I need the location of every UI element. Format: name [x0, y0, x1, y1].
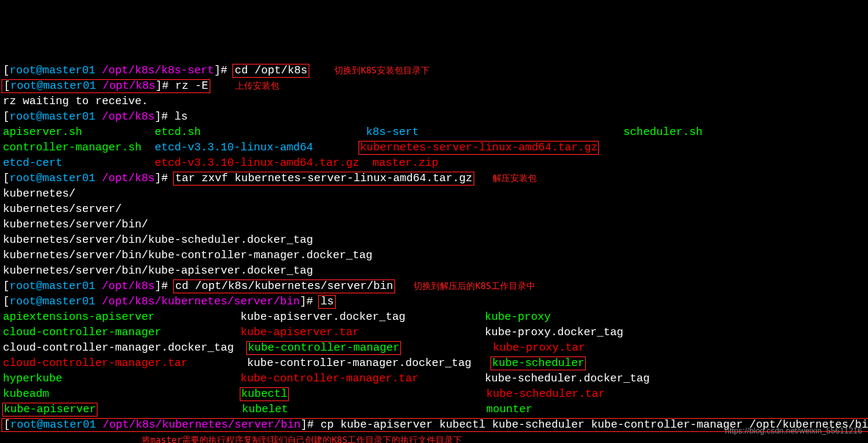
close-bracket: ]#	[155, 172, 168, 185]
file: kubeadm	[3, 388, 49, 400]
dir: etcd-v3.3.10-linux-amd64	[155, 142, 313, 154]
path: /opt/k8s/k8s-sert	[102, 65, 214, 77]
filebox-apiserver: kube-apiserver	[2, 403, 98, 417]
bracket: [	[3, 280, 10, 293]
close-bracket: ]#	[155, 80, 169, 92]
file: kube-proxy	[485, 311, 551, 323]
file: cloud-controller-manager.docker_tag	[3, 342, 234, 354]
file: kube-apiserver	[4, 403, 96, 416]
file: kubectl	[241, 388, 287, 400]
tar-out: kubernetes/	[3, 188, 76, 200]
tar-out: kubernetes/server/bin/kube-scheduler.doc…	[3, 234, 313, 246]
file: controller-manager.sh	[3, 142, 141, 154]
file: cloud-controller-manager	[3, 326, 161, 339]
dir: k8s-sert	[366, 126, 419, 139]
file: kube-proxy.docker_tag	[485, 326, 623, 339]
file: kube-proxy.tar	[493, 342, 585, 354]
tar-out: kubernetes/server/	[3, 203, 122, 216]
tar-out: kubernetes/server/bin/	[3, 219, 148, 231]
path: /opt/k8s/kubernetes/server/bin	[102, 296, 300, 308]
file: cloud-controller-manager.tar	[3, 357, 188, 370]
userhost: root@master01	[10, 80, 96, 92]
filebox-kubectl: kubectl	[240, 387, 289, 401]
cmd-ls2: ls	[318, 295, 336, 309]
file: apiserver.sh	[3, 126, 82, 139]
bracket: [	[4, 419, 10, 431]
cmd-cd-k8s: cd /opt/k8s	[232, 64, 309, 78]
bracket: [	[3, 172, 10, 185]
annot-4: 切换到解压后的K8S工作目录中	[413, 281, 535, 291]
tar-out: kubernetes/server/bin/kube-apiserver.doc…	[3, 265, 313, 277]
close-bracket: ]#	[301, 419, 314, 431]
file: apiextensions-apiserver	[3, 311, 155, 323]
userhost: root@master01	[10, 280, 95, 293]
file: kubernetes-server-linux-amd64.tar.gz	[360, 142, 597, 154]
path: /opt/k8s	[102, 280, 155, 293]
close-bracket: ]#	[155, 280, 168, 293]
file: hyperkube	[3, 373, 62, 385]
annot-1: 切换到K8S安装包目录下	[334, 65, 430, 76]
userhost: root@master01	[10, 172, 95, 185]
dir: etcd-cert	[3, 157, 62, 169]
file: kubelet	[242, 403, 288, 416]
file: kube-controller-manager	[248, 342, 400, 354]
file: kube-controller-manager.tar	[240, 373, 419, 385]
file: etcd.sh	[155, 126, 201, 139]
file: kube-scheduler.tar	[486, 388, 605, 400]
file: kube-apiserver.docker_tag	[240, 311, 405, 323]
file: etcd-v3.3.10-linux-amd64.tar.gz	[155, 157, 359, 169]
bracket: [	[4, 80, 10, 92]
file: scheduler.sh	[623, 126, 702, 139]
file: kube-apiserver.tar	[240, 326, 359, 339]
annot-3: 解压安装包	[493, 173, 537, 183]
bracket: [	[3, 65, 10, 77]
filebox-kubernetes-tgz: kubernetes-server-linux-amd64.tar.gz	[358, 141, 599, 155]
close-bracket: ]#	[300, 296, 313, 308]
userhost: root@master01	[10, 419, 96, 431]
filebox-kcm: kube-controller-manager	[246, 341, 401, 355]
close-bracket: ]#	[214, 65, 227, 77]
file: master.zip	[372, 157, 438, 169]
tar-out: kubernetes/server/bin/kube-controller-ma…	[3, 249, 372, 262]
cmd-ls: ls	[174, 111, 188, 123]
cmd-tar: tar zxvf kubernetes-server-linux-amd64.t…	[173, 172, 474, 186]
bracket: [	[3, 111, 10, 123]
line-rz: [root@master01 /opt/k8s]# rz -E	[1, 79, 210, 93]
cmd-rz: rz -E	[175, 80, 208, 92]
watermark: https://blog.csdn.net/weixin_55611216	[725, 423, 862, 439]
cmd-cd-bin: cd /opt/k8s/kubernetes/server/bin	[173, 279, 395, 293]
path: /opt/k8s	[102, 111, 155, 123]
file: kube-scheduler	[492, 357, 584, 370]
file: mounter	[486, 403, 532, 416]
close-bracket: ]#	[155, 111, 168, 123]
file: kube-controller-manager.docker_tag	[247, 357, 471, 370]
annot-2: 上传安装包	[235, 81, 279, 91]
path: /opt/k8s/kubernetes/server/bin	[103, 419, 301, 431]
path: /opt/k8s	[103, 80, 155, 92]
bracket: [	[3, 296, 10, 308]
annot-5: 将master需要的执行程序复制到我们自己创建的K8S工作目录下的执行文件目录下	[141, 435, 462, 443]
userhost: root@master01	[10, 65, 95, 77]
file: kube-scheduler.docker_tag	[485, 373, 650, 385]
userhost: root@master01	[10, 111, 95, 123]
filebox-sched: kube-scheduler	[490, 356, 586, 370]
rz-wait: rz waiting to receive.	[3, 95, 148, 108]
path: /opt/k8s	[102, 172, 155, 185]
userhost: root@master01	[10, 296, 95, 308]
